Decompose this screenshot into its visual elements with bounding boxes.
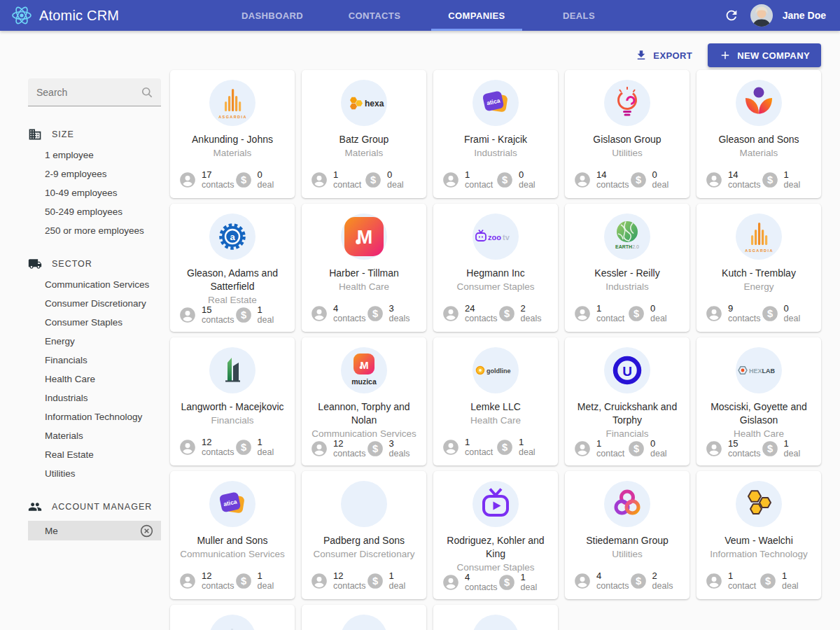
- tab-contacts[interactable]: CONTACTS: [323, 0, 426, 31]
- contacts-stat: 1contact: [310, 170, 364, 190]
- brand[interactable]: Atomic CRM: [11, 5, 119, 26]
- company-card-partial[interactable]: [170, 605, 295, 630]
- filter-option[interactable]: Real Estate: [45, 449, 161, 460]
- contacts-stat-text: 12contacts: [333, 439, 366, 458]
- company-card-partial[interactable]: [433, 605, 558, 630]
- contacts-stat: 15contacts: [705, 439, 761, 458]
- filter-option[interactable]: Health Care: [45, 374, 161, 384]
- deals-stat-label: deals: [389, 449, 410, 458]
- active-filter-chip[interactable]: Me: [28, 521, 161, 540]
- export-button[interactable]: EXPORT: [629, 45, 698, 66]
- contacts-stat-text: 12contacts: [333, 571, 366, 591]
- company-card[interactable]: aticaFrami - KrajcikIndustrials1contact$…: [433, 70, 558, 198]
- company-card[interactable]: Veum - WaelchiInformation Technology1con…: [696, 471, 821, 599]
- deals-stat-count: 1: [784, 439, 801, 449]
- dollar-icon: $: [366, 440, 384, 458]
- company-card[interactable]: aticaMuller and SonsCommunication Servic…: [170, 471, 295, 599]
- company-card[interactable]: Rodriguez, Kohler and KingConsumer Stapl…: [433, 471, 558, 599]
- deals-stat: $0deal: [627, 304, 681, 323]
- company-card[interactable]: goldlineLemke LLCHealth Care1contact$1de…: [433, 337, 558, 465]
- person-icon: [178, 438, 197, 456]
- filter-option[interactable]: 50-249 employees: [45, 206, 161, 217]
- svg-text:$: $: [503, 577, 509, 588]
- company-card[interactable]: hexaBatz GroupMaterials1contact$0deal: [302, 70, 426, 198]
- search-box[interactable]: [28, 78, 161, 106]
- svg-text:$: $: [766, 443, 772, 454]
- company-card[interactable]: Gislason GroupUtilities14contacts$0deal: [565, 70, 690, 198]
- deals-stat-text: 0deal: [258, 170, 274, 190]
- filter-option[interactable]: 1 employee: [45, 150, 161, 160]
- dollar-icon: $: [498, 304, 516, 323]
- refresh-button[interactable]: [722, 6, 741, 24]
- refresh-icon: [724, 8, 739, 23]
- company-sector: Health Care: [734, 428, 784, 439]
- company-name: Gleason and Sons: [718, 133, 799, 146]
- filter-option[interactable]: Financials: [45, 355, 161, 365]
- people-icon: [28, 500, 42, 514]
- company-name: Muller and Sons: [197, 534, 267, 547]
- contacts-stat-count: 1: [465, 438, 493, 447]
- search-icon: [140, 85, 154, 99]
- company-card[interactable]: Gleason and SonsMaterials14contacts$1dea…: [696, 70, 821, 198]
- contacts-stat: 9contacts: [705, 304, 761, 323]
- filter-option[interactable]: Utilities: [45, 468, 161, 479]
- tab-companies[interactable]: COMPANIES: [426, 0, 528, 31]
- filter-option[interactable]: Communication Services: [45, 279, 161, 290]
- svg-text:$: $: [240, 174, 246, 186]
- filter-option[interactable]: Energy: [45, 336, 161, 346]
- contacts-stat-label: contacts: [202, 581, 234, 591]
- company-card[interactable]: ASGARDIAKutch - TremblayEnergy9contacts$…: [696, 204, 821, 332]
- filter-option[interactable]: Consumer Staples: [45, 317, 161, 328]
- contacts-stat-text: 9contacts: [728, 304, 761, 323]
- remove-filter-icon[interactable]: [139, 524, 154, 538]
- company-card[interactable]: HEXLABMosciski, Goyette and GislasonHeal…: [696, 337, 821, 465]
- tab-deals[interactable]: DEALS: [528, 0, 630, 31]
- contacts-stat-count: 1: [596, 439, 624, 449]
- filter-option[interactable]: Materials: [45, 430, 161, 441]
- company-card[interactable]: MHarber - TillmanHealth Care4contacts$3d…: [302, 204, 426, 332]
- company-card[interactable]: Langworth - MacejkovicFinancials12contac…: [170, 337, 295, 465]
- contacts-stat-count: 14: [728, 170, 761, 180]
- company-card[interactable]: Padberg and SonsConsumer Discretionary12…: [302, 471, 426, 599]
- company-card[interactable]: ASGARDIAAnkunding - JohnsMaterials17cont…: [170, 70, 295, 198]
- deals-stat: $1deal: [761, 170, 813, 190]
- company-logo-buildings: [209, 347, 255, 393]
- deals-stat-label: deal: [258, 180, 274, 190]
- filter-option[interactable]: Information Technology: [45, 412, 161, 422]
- company-card[interactable]: aGleason, Adams and SatterfieldReal Esta…: [170, 204, 295, 332]
- filter-option[interactable]: Industrials: [45, 393, 161, 403]
- tab-dashboard[interactable]: DASHBOARD: [221, 0, 323, 31]
- company-card[interactable]: EARTH2.0Kessler - ReillyIndustrials1cont…: [565, 204, 690, 332]
- sidebar: SIZE1 employee2-9 employees10-49 employe…: [28, 70, 161, 540]
- company-card[interactable]: MmuzicaLeannon, Torphy and NolanCommunic…: [302, 337, 426, 465]
- contacts-stat-label: contacts: [333, 581, 366, 591]
- deals-stat-count: 3: [389, 439, 410, 449]
- filter-option[interactable]: Consumer Discretionary: [45, 298, 161, 309]
- contacts-stat-count: 1: [465, 170, 493, 180]
- company-card[interactable]: Stiedemann GroupUtilities4contacts$2deal…: [565, 471, 690, 599]
- company-card[interactable]: zootvHegmann IncConsumer Staples24contac…: [433, 204, 558, 332]
- company-name: Gleason, Adams and Satterfield: [178, 267, 286, 293]
- person-icon: [573, 440, 592, 458]
- filter-option[interactable]: 2-9 employees: [45, 169, 161, 179]
- deals-stat-label: deal: [258, 447, 274, 457]
- company-card-partial[interactable]: {}: [302, 605, 426, 630]
- new-company-button[interactable]: NEW COMPANY: [708, 43, 821, 67]
- contacts-stat: 4contacts: [573, 571, 629, 591]
- user-avatar[interactable]: [750, 4, 773, 27]
- svg-text:$: $: [240, 442, 246, 453]
- filter-option[interactable]: 10-49 employees: [45, 188, 161, 198]
- company-name: Veum - Waelchi: [724, 534, 793, 547]
- person-icon: [442, 573, 460, 592]
- filter-option[interactable]: 250 or more employees: [45, 225, 161, 236]
- dollar-icon: $: [364, 171, 382, 189]
- company-sector: Materials: [740, 148, 778, 158]
- company-sector: Consumer Discretionary: [314, 549, 415, 559]
- filter-section: SECTORCommunication ServicesConsumer Dis…: [28, 257, 161, 479]
- contacts-stat-label: contacts: [202, 315, 234, 325]
- truck-icon: [28, 257, 42, 271]
- contacts-stat: 1contact: [442, 438, 496, 457]
- company-card[interactable]: UMetz, Cruickshank and TorphyFinancials1…: [565, 337, 690, 465]
- svg-text:hexa: hexa: [365, 99, 384, 108]
- deals-stat-count: 1: [258, 305, 274, 315]
